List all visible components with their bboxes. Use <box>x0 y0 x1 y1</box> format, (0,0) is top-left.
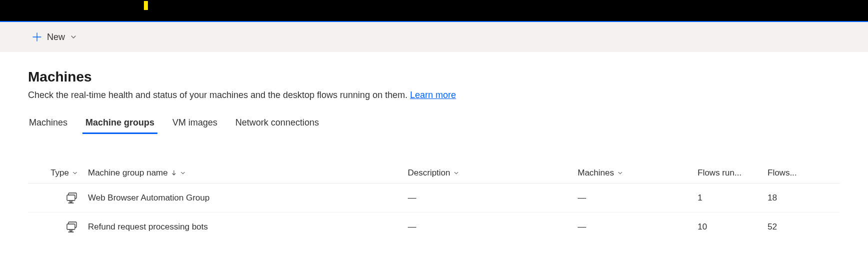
machine-group-icon <box>66 192 78 204</box>
row-flows-running-cell: 10 <box>698 222 768 232</box>
tabs: Machines Machine groups VM images Networ… <box>28 118 840 133</box>
command-bar: New <box>0 22 868 52</box>
tab-machines[interactable]: Machines <box>28 118 68 133</box>
column-header-name-label: Machine group name <box>88 168 168 178</box>
row-name-cell[interactable]: Web Browser Automation Group <box>88 193 408 203</box>
column-header-type-label: Type <box>50 168 69 178</box>
machine-group-icon <box>66 222 78 232</box>
plus-icon <box>32 32 42 42</box>
row-flows-queued-cell: 52 <box>768 222 838 232</box>
chevron-down-icon <box>180 170 186 176</box>
table-row[interactable]: Refund request processing bots — — 10 52 <box>28 212 840 242</box>
row-machines-cell: — <box>578 193 698 203</box>
row-description-cell: — <box>408 193 578 203</box>
column-header-description[interactable]: Description <box>408 168 578 178</box>
tab-vm-images[interactable]: VM images <box>171 118 218 133</box>
column-header-machines[interactable]: Machines <box>578 168 698 178</box>
page-subtitle: Check the real-time health and status of… <box>28 90 840 100</box>
learn-more-link[interactable]: Learn more <box>410 90 456 100</box>
page-content: Machines Check the real-time health and … <box>0 52 868 242</box>
row-flows-running-cell: 1 <box>698 193 768 203</box>
svg-rect-1 <box>67 195 75 200</box>
tab-machine-groups[interactable]: Machine groups <box>84 118 155 133</box>
chevron-down-icon <box>70 34 77 40</box>
chevron-down-icon <box>72 170 78 176</box>
window-top-bar <box>0 0 868 21</box>
table-header-row: Type Machine group name Description <box>28 163 840 184</box>
row-name-cell[interactable]: Refund request processing bots <box>88 222 408 232</box>
caret-mark-icon <box>144 1 148 10</box>
chevron-down-icon <box>617 170 623 176</box>
row-description-cell: — <box>408 222 578 232</box>
column-header-description-label: Description <box>408 168 450 178</box>
sort-down-icon <box>171 170 177 176</box>
table-row[interactable]: Web Browser Automation Group — — 1 18 <box>28 184 840 212</box>
column-header-name[interactable]: Machine group name <box>88 168 408 178</box>
column-header-machines-label: Machines <box>578 168 614 178</box>
row-type-cell <box>28 192 88 204</box>
tab-network-connections[interactable]: Network connections <box>234 118 320 133</box>
svg-rect-3 <box>67 224 75 230</box>
column-header-type[interactable]: Type <box>28 168 88 178</box>
column-header-flows-running-label: Flows run... <box>698 168 742 178</box>
machine-groups-table: Type Machine group name Description <box>28 163 840 242</box>
row-flows-queued-cell: 18 <box>768 193 838 203</box>
column-header-flows-running[interactable]: Flows run... <box>698 168 768 178</box>
new-button[interactable]: New <box>28 29 81 46</box>
chevron-down-icon <box>453 170 459 176</box>
column-header-flows-queued-label: Flows... <box>768 168 797 178</box>
row-machines-cell: — <box>578 222 698 232</box>
page-subtitle-text: Check the real-time health and status of… <box>28 90 410 100</box>
new-button-label: New <box>47 32 65 42</box>
column-header-flows-queued[interactable]: Flows... <box>768 168 838 178</box>
page-title: Machines <box>28 69 840 85</box>
row-type-cell <box>28 222 88 232</box>
